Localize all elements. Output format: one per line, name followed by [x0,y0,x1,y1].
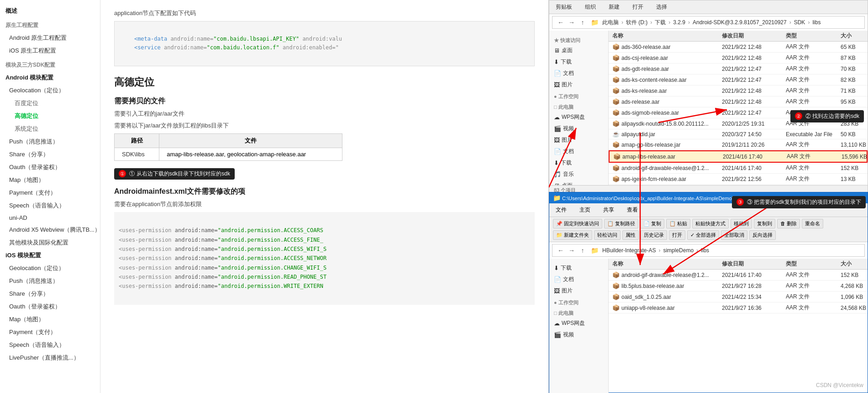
file-row-bottom[interactable]: 📦uniapp-v8-release.aar 2021/9/27 16:36 A… [609,303,868,313]
sidebar-item-ios-push[interactable]: Push（消息推送） [0,275,100,287]
address-bar-top[interactable]: ← → ↑ 📁 此电脑 › 软件 (D:) › 下载 › 3.2.9 › And… [552,16,865,29]
btn-moveto[interactable]: 移动到 [731,219,752,228]
path-sdk[interactable]: Android-SDK@3.2.9.81057_20210927 [693,19,787,26]
path-pc[interactable]: 此电脑 [602,19,619,27]
sidebar-item-x5webview[interactable]: Android X5 Webview（腾讯TB...） [0,223,100,236]
btn-pin-quick[interactable]: 📌 固定到快速访问 [553,219,602,228]
tab-share[interactable]: 共享 [600,205,617,215]
sidebar-item-others[interactable]: 其他模块及国际化配置 [0,236,100,249]
sidebar-pictures[interactable]: 🖼图片 [549,79,608,90]
tab-home[interactable]: 主页 [577,205,593,215]
sidebar-item-ios-native[interactable]: iOS 原生工程配置 [0,44,100,57]
sidebar-item-system-location[interactable]: 系统定位 [0,122,100,135]
sidebar-dl2[interactable]: ⬇下载 [549,157,608,169]
file-row[interactable]: 📦amap-gp-libs-release.jar 2019/12/11 20:… [609,139,868,150]
btn-copyto[interactable]: 复制到 [754,219,775,228]
btn-history[interactable]: 历史记录 [641,230,667,240]
sidebar-bottom-dl[interactable]: ⬇下载 [549,262,608,274]
btn-select-all[interactable]: ✓ 全部选择 [687,230,719,240]
path-libs-bottom[interactable]: libs [701,247,709,254]
btn-copy-path[interactable]: 📋 复制路径 [604,219,638,228]
sidebar-item-uniad[interactable]: uni-AD [0,212,100,223]
sidebar-item-baidu[interactable]: 百度定位 [0,97,100,110]
path-simpledemo[interactable]: simpleDemo [663,247,694,254]
file-row[interactable]: 📦ads-csj-release.aar 2021/9/22 12:48 AAR… [609,53,868,64]
tab-file[interactable]: 文件 [553,205,569,215]
path-d[interactable]: 软件 (D:) [626,19,647,27]
file-row-bottom[interactable]: 📦lib.5plus.base-release.aar 2021/9/27 16… [609,281,868,292]
sidebar-item-ios-speech[interactable]: Speech（语音输入） [0,339,100,351]
btn-rename[interactable]: 重命名 [802,219,823,228]
sidebar-doc2[interactable]: 📄文档 [549,146,608,157]
sidebar-item-oauth[interactable]: Oauth（登录鉴权） [0,161,100,174]
sidebar-video[interactable]: 🎬视频 [549,123,608,134]
sidebar-item-gaode[interactable]: 高德定位 [0,110,100,122]
file-row[interactable]: ☕alipayutdid.jar 2020/3/27 14:50 Executa… [609,129,868,139]
btn-delete[interactable]: 🗑 删除 [777,219,800,228]
file-row[interactable]: 📦ads-ks-content-release.aar 2021/9/22 12… [609,74,868,85]
btn-deselect-all[interactable]: 全部取消 [721,230,747,240]
btn-paste[interactable]: 📋 粘贴 [666,219,690,228]
file-row[interactable]: 📦aps-igexin-fcm-release.aar 2021/9/22 12… [609,174,868,185]
btn-properties[interactable]: 属性 [622,230,639,240]
file-row[interactable]: 📦ads-gdt-release.aar 2021/9/22 12:47 AAR… [609,64,868,74]
sidebar-item-ios-geolocation[interactable]: Geolocation（定位） [0,262,100,275]
nav-forward-bottom[interactable]: → [567,246,576,255]
sidebar-item-speech[interactable]: Speech（语音输入） [0,199,100,212]
btn-open[interactable]: 打开 [669,230,685,240]
sidebar-item-overview[interactable]: 概述 [0,5,100,17]
path-libs[interactable]: libs [812,19,821,26]
btn-invert-select[interactable]: 反向选择 [749,230,776,240]
file-row-bottom[interactable]: 📦android-gif-drawable-release@1.2... 202… [609,270,868,281]
sidebar-pic2[interactable]: 🖼图片 [549,134,608,146]
path-sdk2[interactable]: SDK [794,19,805,26]
sidebar-item-ios-payment[interactable]: Payment（支付） [0,326,100,339]
sidebar-item-share[interactable]: Share（分享） [0,148,100,161]
toolbar-open[interactable]: 打开 [630,2,646,12]
nav-up-bottom[interactable]: ↑ [578,246,587,255]
sidebar-item-livepusher[interactable]: LivePusher（直播推流...） [0,351,100,364]
sidebar-music[interactable]: 🎵音乐 [549,169,608,180]
sidebar-item-android-modules[interactable]: Android 模块配置 [0,71,100,84]
file-row-bottom[interactable]: 📦oaid_sdk_1.0.25.aar 2021/4/22 15:34 AAR… [609,292,868,303]
sidebar-wps[interactable]: ☁WPS网盘 [549,112,608,123]
toolbar-clipboard[interactable]: 剪贴板 [553,2,575,12]
sidebar-item-ios-share[interactable]: Share（分享） [0,287,100,300]
sidebar-bottom-doc[interactable]: 📄文档 [549,274,608,285]
sidebar-item-push[interactable]: Push（消息推送） [0,135,100,148]
path-download[interactable]: 下载 [655,19,666,27]
sidebar-bottom-pic[interactable]: 🖼图片 [549,285,608,297]
toolbar-select[interactable]: 选择 [653,2,670,12]
nav-up-top[interactable]: ↑ [578,18,587,27]
btn-copy[interactable]: 📄 复制 [640,219,664,228]
btn-easy-access[interactable]: 轻松访问 [594,230,621,240]
file-row[interactable]: 📦aps-igexin-gp-release.aar 2021/9/22 12:… [609,185,868,185]
btn-paste-shortcut[interactable]: 粘贴快捷方式 [692,219,729,228]
address-bar-bottom[interactable]: ← → ↑ 📁 HBuilder-Integrate-AS › simpleDe… [552,244,865,257]
toolbar-new[interactable]: 新建 [606,2,622,12]
btn-new-folder[interactable]: 📁 新建文件夹 [553,230,592,240]
nav-back-bottom[interactable]: ← [556,246,565,255]
sidebar-bottom-video[interactable]: 🎬视频 [549,329,608,340]
file-row[interactable]: 📦ads-ks-release.aar 2021/9/22 12:48 AAR … [609,85,868,96]
sidebar-item-map[interactable]: Map（地图） [0,174,100,186]
sidebar-item-ios-oauth[interactable]: Oauth（登录鉴权） [0,300,100,313]
path-hbuilder[interactable]: HBuilder-Integrate-AS [602,247,656,254]
toolbar-organize[interactable]: 组织 [582,2,599,12]
tab-view[interactable]: 查看 [624,205,641,215]
nav-forward-top[interactable]: → [567,18,576,27]
sidebar-bottom-wps[interactable]: ☁WPS网盘 [549,318,608,329]
sidebar-item-android-native[interactable]: Android 原生工程配置 [0,32,100,44]
sidebar-desktop[interactable]: 🖥桌面 [549,45,608,56]
file-row-amap-libs[interactable]: 📦amap-libs-release.aar 2021/4/16 17:40 A… [609,150,868,163]
sidebar-downloads[interactable]: ⬇下载 [549,56,608,68]
sidebar-item-geolocation[interactable]: Geolocation（定位） [0,84,100,97]
file-row[interactable]: 📦android-gif-drawable-release@1.2... 202… [609,163,868,174]
sidebar-desktop2[interactable]: 🖥桌面 [549,180,608,185]
path-329[interactable]: 3.2.9 [673,19,685,26]
sidebar-docs[interactable]: 📄文档 [549,68,608,79]
sidebar-item-ios-modules[interactable]: iOS 模块配置 [0,249,100,262]
sidebar-item-ios-map[interactable]: Map（地图） [0,313,100,326]
file-row[interactable]: 📦ads-release.aar 2021/9/22 12:48 AAR 文件 … [609,96,868,107]
sidebar-item-payment[interactable]: Payment（支付） [0,186,100,199]
